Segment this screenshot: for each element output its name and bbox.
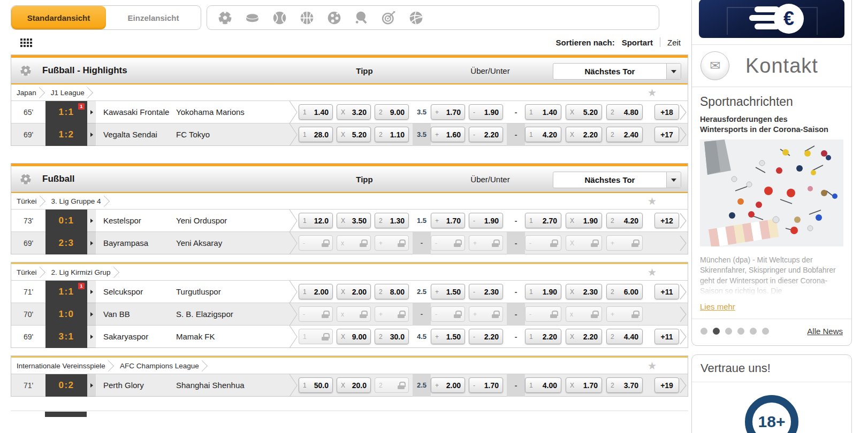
standard-view-button[interactable]: Standardansicht: [11, 6, 106, 29]
odds-button[interactable]: X5.20: [566, 104, 602, 120]
odds-button[interactable]: 1: [299, 329, 333, 344]
news-pagination-dot[interactable]: [713, 328, 720, 335]
odds-button[interactable]: -: [299, 306, 333, 322]
odds-button[interactable]: 24.20: [606, 213, 643, 228]
handball-icon[interactable]: [327, 11, 341, 25]
odds-button[interactable]: 128.0: [299, 127, 333, 142]
odds-button[interactable]: X20.0: [337, 377, 371, 393]
home-team-name[interactable]: Kawasaki Frontale: [96, 107, 176, 117]
expand-arrow-icon[interactable]: [87, 326, 96, 348]
away-team-name[interactable]: S. B. Elazigspor: [176, 310, 288, 319]
more-bets-button[interactable]: +12: [654, 213, 679, 228]
odds-button[interactable]: +: [375, 235, 409, 251]
odds-button[interactable]: 24.40: [606, 329, 643, 344]
news-pagination-dot[interactable]: [737, 328, 744, 335]
more-bets-button[interactable]: +17: [654, 127, 679, 142]
more-bets-button[interactable]: +18: [654, 104, 679, 120]
breadcrumb-item[interactable]: AFC Champions League: [120, 362, 199, 370]
odds-button[interactable]: 12.00: [299, 284, 333, 299]
odds-button[interactable]: 21.10: [375, 127, 409, 142]
grid-view-icon[interactable]: [20, 38, 32, 47]
odds-button[interactable]: -2.20: [469, 127, 503, 142]
expand-arrow-icon[interactable]: [87, 210, 96, 232]
odds-button[interactable]: -1.90: [469, 213, 503, 228]
home-team-name[interactable]: Kestelspor: [96, 216, 176, 225]
odds-button[interactable]: +2.00: [431, 377, 465, 393]
odds-button[interactable]: +1.60: [431, 127, 465, 142]
promo-banner[interactable]: €: [699, 0, 844, 38]
odds-button[interactable]: +1.70: [431, 213, 465, 228]
favorite-star-icon[interactable]: ★: [648, 87, 657, 99]
odds-button[interactable]: X: [566, 235, 602, 251]
odds-button[interactable]: X1.70: [566, 377, 602, 393]
odds-button[interactable]: 26.00: [606, 284, 643, 299]
home-team-name[interactable]: Perth Glory: [96, 381, 176, 390]
odds-button[interactable]: X2.20: [566, 127, 602, 142]
basketball-icon[interactable]: [300, 11, 314, 25]
odds-button[interactable]: -1.90: [469, 104, 503, 120]
away-team-name[interactable]: Shanghai Shenhua: [176, 381, 288, 390]
odds-button[interactable]: X5.20: [337, 127, 371, 142]
odds-button[interactable]: +: [469, 235, 503, 251]
odds-button[interactable]: -1.70: [469, 377, 503, 393]
odds-button[interactable]: -: [299, 235, 333, 251]
odds-button[interactable]: +: [469, 306, 503, 322]
favorite-star-icon[interactable]: ★: [648, 195, 657, 207]
news-article-title[interactable]: Herausforderungen des Wintersports in de…: [700, 114, 837, 135]
odds-button[interactable]: +: [375, 306, 409, 322]
ice-hockey-icon[interactable]: [245, 11, 260, 25]
odds-button[interactable]: -2.20: [469, 329, 503, 344]
odds-button[interactable]: X2.30: [566, 284, 602, 299]
odds-button[interactable]: -: [431, 306, 465, 322]
odds-button[interactable]: 28.00: [375, 284, 409, 299]
odds-button[interactable]: 23.70: [606, 377, 643, 393]
home-team-name[interactable]: Van BB: [96, 310, 176, 319]
contact-button[interactable]: ✉ Kontakt: [692, 44, 851, 87]
expand-arrow-icon[interactable]: [87, 281, 96, 303]
odds-button[interactable]: 14.20: [525, 127, 561, 142]
more-bets-button[interactable]: +11: [654, 329, 679, 344]
odds-button[interactable]: x: [337, 235, 371, 251]
odds-button[interactable]: -: [431, 235, 465, 251]
odds-button[interactable]: 150.0: [299, 377, 333, 393]
away-team-name[interactable]: Mamak FK: [176, 332, 288, 341]
odds-button[interactable]: X3.20: [337, 104, 371, 120]
more-bets-button[interactable]: +11: [654, 284, 679, 299]
tennis-icon[interactable]: [272, 11, 287, 25]
odds-button[interactable]: 12.70: [525, 213, 561, 228]
breadcrumb-item[interactable]: Internationale Vereinsspiele: [17, 362, 105, 370]
home-team-name[interactable]: Bayrampasa: [96, 238, 176, 248]
odds-button[interactable]: -: [525, 235, 561, 251]
odds-button[interactable]: 11.90: [525, 284, 561, 299]
odds-button[interactable]: 11.40: [525, 104, 561, 120]
more-bets-button[interactable]: +19: [654, 377, 679, 393]
read-more-link[interactable]: Lies mehr: [700, 302, 735, 311]
odds-button[interactable]: -2.30: [469, 284, 503, 299]
home-team-name[interactable]: Sakaryaspor: [96, 332, 176, 341]
home-team-name[interactable]: Vegalta Sendai: [96, 130, 176, 139]
odds-button[interactable]: -: [525, 306, 561, 322]
away-team-name[interactable]: Yokohama Marions: [176, 107, 288, 117]
odds-button[interactable]: X2.00: [337, 284, 371, 299]
odds-button[interactable]: 24.80: [606, 104, 643, 120]
expand-arrow-icon[interactable]: [87, 232, 96, 254]
odds-button[interactable]: +1.70: [431, 104, 465, 120]
odds-button[interactable]: +1.50: [431, 284, 465, 299]
odds-button[interactable]: X2.20: [566, 329, 602, 344]
odds-button[interactable]: x: [337, 306, 371, 322]
news-pagination-dot[interactable]: [701, 328, 707, 335]
sort-by-sport[interactable]: Sportart: [622, 38, 653, 47]
darts-icon[interactable]: [382, 11, 396, 25]
odds-button[interactable]: x: [566, 306, 602, 322]
sort-by-time[interactable]: Zeit: [667, 38, 681, 47]
volleyball-icon[interactable]: [409, 11, 423, 25]
news-pagination-dot[interactable]: [725, 328, 732, 335]
all-news-link[interactable]: Alle News: [807, 327, 843, 336]
away-team-name[interactable]: Yeni Orduspor: [176, 216, 288, 225]
away-team-name[interactable]: Turgutluspor: [176, 287, 288, 296]
odds-button[interactable]: 112.0: [299, 213, 333, 228]
odds-button[interactable]: X1.90: [566, 213, 602, 228]
odds-button[interactable]: 11.40: [299, 104, 333, 120]
expand-arrow-icon[interactable]: [87, 123, 96, 146]
away-team-name[interactable]: Yeni Aksaray: [176, 238, 288, 248]
